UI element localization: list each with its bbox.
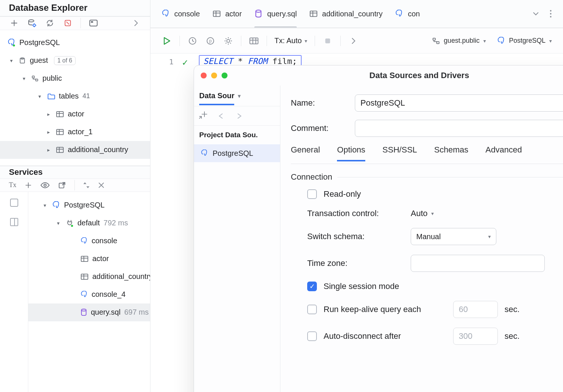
chevron-right-icon[interactable]: ▸ [45, 147, 52, 153]
subtab-ssh-ssl[interactable]: SSH/SSL [382, 145, 417, 161]
services-item-console_4[interactable]: console_4 [28, 286, 150, 303]
chevron-down-icon[interactable]: ▾ [7, 58, 15, 64]
tx-control-dropdown[interactable]: Auto ▾ [411, 209, 434, 218]
stop-icon[interactable] [63, 18, 73, 28]
services-item-actor[interactable]: actor [28, 250, 150, 268]
name-input[interactable]: PostgreSQL [355, 94, 563, 112]
tx-icon[interactable]: Tx [9, 181, 16, 189]
subtab-general[interactable]: General [291, 145, 320, 161]
chevron-down-icon[interactable]: ▾ [54, 220, 62, 226]
tree-schema-public[interactable]: ▾ public [0, 70, 150, 87]
dialog-titlebar[interactable]: Data Sources and Drivers [194, 65, 563, 86]
tree-table-additional-country[interactable]: ▸ additional_country [0, 141, 150, 159]
checkbox[interactable] [307, 305, 317, 314]
services-session-time: 792 ms [104, 219, 128, 227]
checkbox[interactable] [307, 331, 317, 341]
tx-mode-dropdown[interactable]: Tx: Auto ▾ [274, 36, 307, 45]
current-datasource-dropdown[interactable]: PostgreSQL ▾ [497, 37, 552, 45]
history-icon[interactable] [187, 36, 198, 46]
switch-schema-select[interactable]: Manual ▾ [411, 228, 496, 245]
sidebar-item-postgresql[interactable]: PostgreSQL [194, 144, 280, 162]
services-root[interactable]: ▾ PostgreSQL [28, 196, 150, 214]
chevron-down-icon[interactable]: ▾ [36, 93, 43, 99]
chevron-right-icon[interactable]: ▸ [45, 111, 52, 117]
chevron-right-icon[interactable] [348, 36, 359, 46]
subtab-options[interactable]: Options [337, 145, 365, 161]
more-icon[interactable] [550, 10, 552, 18]
services-item-console[interactable]: console [28, 232, 150, 250]
sort-icon[interactable] [83, 181, 90, 189]
services-session[interactable]: ▾ default 792 ms [28, 214, 150, 232]
services-item-query-sql[interactable]: query.sql697 ms [28, 303, 150, 321]
close-window-icon[interactable] [201, 73, 207, 78]
tab-additional_country[interactable]: additional_country [309, 0, 382, 28]
services-item-label: console [92, 237, 117, 245]
tree-database-guest[interactable]: ▾ guest 1 of 6 [0, 52, 150, 70]
chevron-right-icon[interactable] [131, 18, 141, 28]
time-zone-input[interactable] [411, 255, 545, 272]
plus-icon[interactable] [25, 181, 32, 189]
back-icon[interactable] [218, 113, 225, 119]
settings-icon[interactable] [223, 36, 233, 46]
window-controls[interactable] [201, 73, 228, 78]
svg-rect-19 [213, 11, 220, 17]
tree-root-postgresql[interactable]: PostgreSQL [0, 34, 150, 52]
tree-tables-label: tables [59, 92, 79, 100]
tree-table-actor[interactable]: ▸ actor [0, 105, 150, 123]
forward-icon[interactable] [235, 113, 242, 119]
services-session-label: default [77, 219, 100, 227]
table-view-icon[interactable] [249, 36, 259, 46]
services-gutter [0, 192, 28, 392]
chevron-right-icon[interactable]: ▸ [45, 129, 52, 135]
chevron-down-icon[interactable]: ▾ [20, 75, 28, 81]
comment-input[interactable] [355, 120, 563, 137]
schema-icon [31, 75, 39, 82]
new-window-icon[interactable] [58, 181, 66, 189]
tab-actor[interactable]: actor [213, 0, 242, 28]
subtab-schemas[interactable]: Schemas [434, 145, 468, 161]
tree-table-actor-1[interactable]: ▸ actor_1 [0, 123, 150, 141]
close-icon[interactable] [98, 182, 105, 189]
tab-con[interactable]: con [395, 0, 420, 28]
services-item-label: query.sql [91, 308, 121, 317]
single-session-option[interactable]: ✓ Single session mode [307, 282, 563, 291]
sidebar-problems-link[interactable]: Problems [194, 378, 280, 392]
read-only-option[interactable]: Read-only [307, 189, 563, 199]
checkbox[interactable] [307, 189, 317, 199]
chevron-down-icon[interactable]: ▾ [41, 202, 48, 208]
auto-disconnect-option[interactable]: Auto-disconnect after 300 sec. [307, 328, 563, 345]
gutter-line-number: 1 [150, 54, 178, 392]
auto-disconnect-input[interactable]: 300 [453, 328, 498, 345]
tree-tables-folder[interactable]: ▾ tables 41 [0, 87, 150, 105]
tree-database-label: guest [30, 56, 48, 65]
datasource-settings-icon[interactable] [27, 18, 37, 28]
keep-alive-input[interactable]: 60 [453, 301, 498, 318]
layout-icon[interactable] [10, 218, 18, 226]
keep-alive-option[interactable]: Run keep-alive query each 60 sec. [307, 301, 563, 318]
stop-query-icon[interactable] [322, 36, 333, 46]
table-icon [213, 10, 221, 18]
run-icon[interactable] [162, 36, 172, 46]
database-tree: PostgreSQL ▾ guest 1 of 6 ▾ public ▾ [0, 30, 150, 166]
services-item-additional_country[interactable]: additional_country [28, 268, 150, 286]
maximize-window-icon[interactable] [222, 73, 228, 78]
tab-console[interactable]: console [162, 0, 200, 28]
dialog-title: Data Sources and Drivers [369, 71, 469, 80]
plus-icon[interactable] [9, 18, 19, 28]
view-mode-icon[interactable] [88, 18, 99, 28]
square-icon[interactable] [10, 199, 18, 207]
sidebar-tab-datasources[interactable]: Data Sour ▾ [194, 86, 280, 106]
current-schema-dropdown[interactable]: guest.public ▾ [432, 37, 486, 45]
tab-query-sql[interactable]: query.sql [254, 0, 297, 28]
add-datasource-icon[interactable] [201, 110, 208, 122]
checkbox-checked[interactable]: ✓ [307, 282, 317, 291]
chevron-down-icon[interactable]: ▾ [238, 93, 241, 99]
chevron-down-icon[interactable] [532, 11, 539, 16]
subtab-advanced[interactable]: Advanced [486, 145, 522, 161]
explain-plan-icon[interactable]: p [205, 36, 216, 46]
refresh-icon[interactable] [45, 18, 55, 28]
minimize-window-icon[interactable] [211, 73, 217, 78]
sql-icon [80, 308, 87, 317]
eye-icon[interactable] [40, 182, 50, 189]
separator [291, 164, 563, 164]
